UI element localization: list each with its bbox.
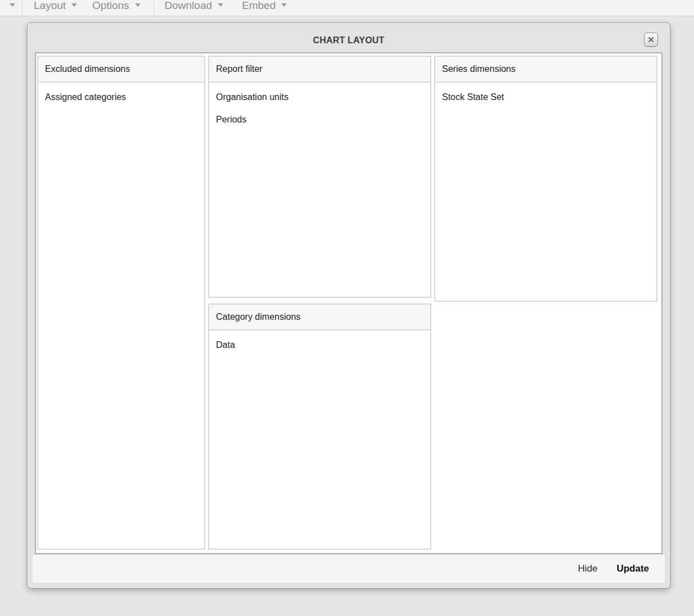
chevron-down-icon bbox=[218, 3, 223, 7]
toolbar-button-label: Download bbox=[165, 0, 213, 12]
panel-series-dimensions: Series dimensions Stock State Set bbox=[434, 56, 657, 302]
dialog-header: CHART LAYOUT ✕ bbox=[28, 23, 670, 53]
dimension-item-periods[interactable]: Periods bbox=[216, 108, 423, 131]
panel-report-filter: Report filter Organisation units Periods bbox=[208, 56, 431, 298]
page: Layout Options Download Embed CHART LAYO… bbox=[0, 0, 694, 616]
hide-button[interactable]: Hide bbox=[578, 563, 597, 574]
panel-header-series: Series dimensions bbox=[435, 57, 656, 83]
panel-header-category: Category dimensions bbox=[209, 305, 430, 330]
panel-items-category: Data bbox=[209, 330, 430, 360]
toolbar-button-options[interactable]: Options bbox=[92, 0, 140, 12]
column-series: Series dimensions Stock State Set bbox=[434, 56, 657, 550]
panel-items-filter: Organisation units Periods bbox=[209, 83, 430, 134]
chevron-down-icon bbox=[71, 3, 77, 7]
panel-items-excluded: Assigned categories bbox=[38, 83, 204, 112]
panel-header-filter: Report filter bbox=[209, 57, 430, 83]
toolbar-button-embed[interactable]: Embed bbox=[242, 0, 287, 12]
chevron-down-icon bbox=[281, 3, 287, 7]
column-filter-category: Report filter Organisation units Periods… bbox=[208, 56, 431, 550]
toolbar-separator bbox=[22, 0, 22, 16]
panel-items-series: Stock State Set bbox=[435, 83, 656, 112]
toolbar-button-label: Layout bbox=[34, 0, 66, 12]
chevron-down-icon bbox=[135, 3, 141, 7]
column-excluded: Excluded dimensions Assigned categories bbox=[37, 56, 205, 550]
dialog-footer: Hide Update bbox=[32, 554, 665, 583]
panel-category-dimensions: Category dimensions Data bbox=[208, 304, 431, 550]
close-icon: ✕ bbox=[647, 35, 655, 44]
close-button[interactable]: ✕ bbox=[644, 33, 658, 47]
dimension-item-data[interactable]: Data bbox=[216, 334, 423, 356]
toolbar-button-label: Embed bbox=[242, 0, 276, 12]
dimension-item-organisation-units[interactable]: Organisation units bbox=[216, 86, 423, 108]
toolbar-button-layout[interactable]: Layout bbox=[34, 0, 77, 12]
top-toolbar: Layout Options Download Embed bbox=[0, 0, 694, 16]
toolbar-separator bbox=[154, 0, 154, 16]
toolbar-more-button[interactable] bbox=[10, 0, 15, 7]
chart-layout-dialog: CHART LAYOUT ✕ Excluded dimensions Assig… bbox=[27, 22, 670, 588]
panel-header-excluded: Excluded dimensions bbox=[38, 57, 204, 83]
dimension-item-assigned-categories[interactable]: Assigned categories bbox=[45, 86, 197, 108]
update-button[interactable]: Update bbox=[616, 563, 649, 574]
dialog-title: CHART LAYOUT bbox=[28, 23, 670, 46]
dimension-item-stock-state-set[interactable]: Stock State Set bbox=[442, 86, 650, 108]
dialog-body: Excluded dimensions Assigned categories … bbox=[35, 52, 663, 554]
toolbar-button-download[interactable]: Download bbox=[165, 0, 224, 12]
panel-excluded-dimensions: Excluded dimensions Assigned categories bbox=[37, 56, 205, 550]
chevron-down-icon bbox=[10, 3, 15, 7]
toolbar-button-label: Options bbox=[92, 0, 129, 12]
